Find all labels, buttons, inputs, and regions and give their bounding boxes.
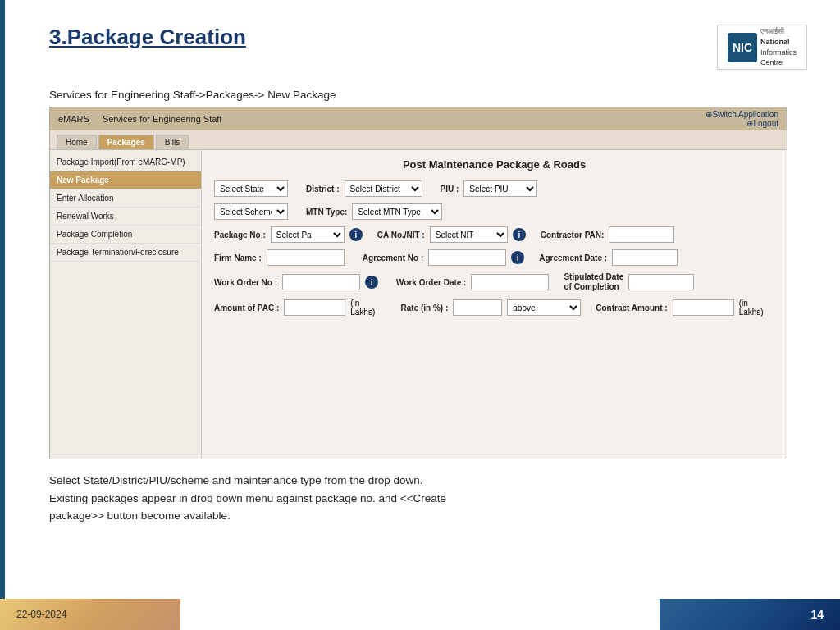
- stipulated-date-input[interactable]: [628, 274, 694, 290]
- firm-name-label: Firm Name :: [214, 253, 262, 262]
- district-label: District :: [306, 185, 340, 194]
- district-select[interactable]: Select District: [345, 180, 422, 197]
- mtn-type-select[interactable]: Select MTN Type: [352, 203, 442, 220]
- amount-pac-label: Amount of PAC :: [214, 304, 279, 313]
- work-order-date-input[interactable]: [471, 274, 549, 290]
- nic-informatics: Informatics: [760, 48, 797, 58]
- nic-hindi: एनआईसी: [760, 26, 797, 37]
- nic-national: National: [760, 37, 797, 48]
- menu-enter-allocation[interactable]: Enter Allocation: [50, 189, 201, 208]
- amount-pac-input[interactable]: [284, 299, 345, 316]
- contract-amount-input[interactable]: [673, 299, 734, 316]
- piu-label: PIU :: [441, 185, 459, 194]
- work-order-no-input[interactable]: [282, 274, 360, 290]
- contractor-pan-input[interactable]: [609, 226, 674, 243]
- app-content: Package Import(From eMARG-MP) New Packag…: [50, 150, 787, 459]
- agreement-date-label: Agreement Date :: [539, 253, 607, 262]
- switch-app-btn[interactable]: ⊕Switch Application: [705, 110, 778, 119]
- app-nav: Home Packages Bills: [50, 130, 787, 150]
- menu-new-package[interactable]: New Package: [50, 171, 201, 189]
- ca-no-select[interactable]: Select NIT: [430, 226, 508, 243]
- app-screenshot: eMARS Services for Engineering Staff ⊕Sw…: [49, 107, 788, 459]
- left-menu: Package Import(From eMARG-MP) New Packag…: [50, 150, 202, 459]
- description-line1: Select State/District/PIU/scheme and mai…: [49, 472, 746, 490]
- services-label: Services for Engineering Staff: [103, 114, 221, 124]
- of-completion-label: of Completion: [564, 282, 623, 292]
- nic-abbreviation: NIC: [733, 41, 752, 54]
- agreement-no-input[interactable]: [428, 249, 506, 266]
- ca-info-btn[interactable]: i: [513, 228, 526, 241]
- agreement-no-label: Agreement No :: [363, 253, 423, 262]
- contract-amount-label: Contract Amount :: [596, 304, 667, 313]
- footer-page: 14: [810, 608, 824, 621]
- package-no-label: Package No :: [214, 231, 266, 240]
- form-row-3: Package No : Select Pa i CA No./NIT : Se…: [214, 226, 774, 243]
- description-line2: Existing packages appear in drop down me…: [49, 490, 746, 508]
- menu-renewal-works[interactable]: Renewal Works: [50, 208, 201, 226]
- menu-package-termination[interactable]: Package Termination/Foreclosure: [50, 244, 201, 262]
- ca-no-label: CA No./NIT :: [377, 231, 425, 240]
- mtn-type-label: MTN Type:: [306, 208, 347, 217]
- page-header: 3.Package Creation NIC एनआईसी National I…: [49, 25, 807, 70]
- footer-right: 14: [660, 599, 840, 630]
- nav-packages[interactable]: Packages: [98, 135, 154, 149]
- package-select[interactable]: Select Pa: [271, 226, 345, 243]
- stipulated-date-group: Stipulated Date of Completion: [564, 272, 623, 292]
- logout-btn[interactable]: ⊕Logout: [746, 119, 778, 128]
- form-row-1: Select State District : Select District …: [214, 180, 774, 197]
- form-row-2: Select Scheme MTN Type: Select MTN Type: [214, 203, 774, 220]
- work-order-date-label: Work Order Date :: [396, 278, 466, 287]
- state-select[interactable]: Select State: [214, 180, 288, 197]
- topbar-right: ⊕Switch Application ⊕Logout: [705, 110, 778, 128]
- footer-left: 22-09-2024: [0, 599, 180, 630]
- in-lakhs-1: (in Lakhs): [350, 299, 386, 317]
- menu-package-completion[interactable]: Package Completion: [50, 226, 201, 244]
- in-lakhs-2: (in Lakhs): [739, 299, 774, 317]
- emarg-label: eMARS: [58, 114, 89, 124]
- description-line3: package>> button become available:: [49, 507, 746, 525]
- breadcrumb: Services for Engineering Staff->Packages…: [49, 89, 336, 101]
- contractor-pan-label: Contractor PAN:: [541, 231, 605, 240]
- footer-date: 22-09-2024: [16, 609, 66, 620]
- form-row-5: Work Order No : i Work Order Date : Stip…: [214, 272, 774, 292]
- left-accent-bar: [0, 0, 5, 630]
- work-order-info-btn[interactable]: i: [365, 276, 378, 289]
- description: Select State/District/PIU/scheme and mai…: [49, 472, 746, 525]
- app-topbar: eMARS Services for Engineering Staff ⊕Sw…: [50, 107, 787, 130]
- work-order-no-label: Work Order No :: [214, 278, 277, 287]
- nic-logo: NIC एनआईसी National Informatics Centre: [717, 25, 807, 70]
- main-form: Post Maintenance Package & Roads Select …: [202, 150, 787, 459]
- rate-label: Rate (in %) :: [401, 304, 449, 313]
- nav-bills[interactable]: Bills: [156, 135, 189, 149]
- menu-package-import[interactable]: Package Import(From eMARG-MP): [50, 153, 201, 171]
- package-info-btn[interactable]: i: [349, 228, 363, 241]
- piu-select[interactable]: Select PIU: [463, 180, 537, 197]
- agreement-date-input[interactable]: [612, 249, 678, 266]
- form-row-4: Firm Name : Agreement No : i Agreement D…: [214, 249, 774, 266]
- form-title: Post Maintenance Package & Roads: [214, 158, 774, 171]
- footer: 22-09-2024 14: [0, 599, 840, 630]
- above-select[interactable]: above: [507, 299, 581, 316]
- topbar-left: eMARS Services for Engineering Staff: [58, 114, 221, 124]
- nic-text: एनआईसी National Informatics Centre: [760, 26, 797, 67]
- firm-name-input[interactable]: [267, 249, 345, 266]
- scheme-select[interactable]: Select Scheme: [214, 203, 288, 220]
- rate-input[interactable]: [453, 299, 502, 316]
- stipulated-date-label: Stipulated Date: [564, 272, 623, 282]
- agreement-info-btn[interactable]: i: [511, 251, 524, 264]
- nav-home[interactable]: Home: [57, 135, 97, 149]
- form-row-6: Amount of PAC : (in Lakhs) Rate (in %) :…: [214, 299, 774, 317]
- page-title: 3.Package Creation: [49, 25, 246, 50]
- nic-centre: Centre: [760, 57, 797, 68]
